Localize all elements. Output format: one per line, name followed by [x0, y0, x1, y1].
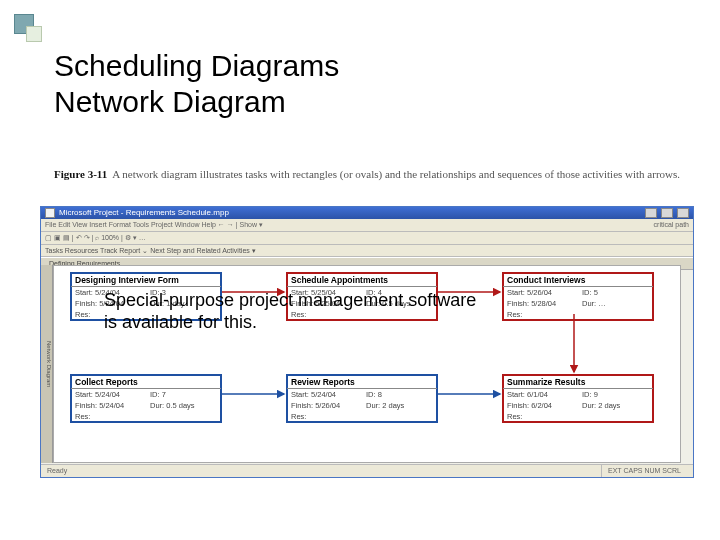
task-start: Start: 5/24/04 [75, 390, 142, 399]
figure-caption-text: A network diagram illustrates tasks with… [112, 168, 680, 180]
task-id: ID: 8 [366, 390, 433, 399]
slide-corner-decoration [14, 14, 44, 44]
task-id: ID: 9 [582, 390, 649, 399]
task-res: Res: [291, 412, 433, 421]
task-id: ID: 7 [150, 390, 217, 399]
task-dur: Dur: … [582, 299, 649, 308]
slide-title: Scheduling Diagrams Network Diagram [54, 48, 339, 120]
task-finish: Finish: 5/26/04 [291, 401, 358, 410]
figure-number: Figure 3-11 [54, 168, 107, 180]
slide-title-line1: Scheduling Diagrams [54, 48, 339, 84]
menu-bar[interactable]: File Edit View Insert Format Tools Proje… [41, 219, 693, 232]
task-finish: Finish: 5/24/04 [75, 401, 142, 410]
view-strip-label[interactable]: Network Diagram [41, 265, 53, 463]
view-tabs[interactable]: Tasks Resources Track Report ⌄ Next Step… [41, 245, 693, 257]
window-titlebar[interactable]: Microsoft Project - Requirements Schedul… [41, 207, 693, 219]
task-finish: Finish: 6/2/04 [507, 401, 574, 410]
task-dur: Dur: 2 days [366, 401, 433, 410]
window-title: Microsoft Project - Requirements Schedul… [59, 207, 229, 219]
slide-body-text: Special-purpose project management softw… [104, 290, 484, 333]
figure-caption: Figure 3-11 A network diagram illustrate… [54, 168, 690, 182]
task-res: Res: [507, 412, 649, 421]
task-title: Conduct Interviews [503, 273, 653, 287]
app-icon [45, 208, 55, 218]
task-title: Summarize Results [503, 375, 653, 389]
task-dur: Dur: 2 days [582, 401, 649, 410]
task-start: Start: 5/24/04 [291, 390, 358, 399]
task-title: Schedule Appointments [287, 273, 437, 287]
task-dur: Dur: 0.5 days [150, 401, 217, 410]
task-start: Start: 5/26/04 [507, 288, 574, 297]
task-start: Start: 6/1/04 [507, 390, 574, 399]
status-indicators: EXT CAPS NUM SCRL [601, 465, 687, 477]
task-node-review-reports[interactable]: Review Reports Start: 5/24/04ID: 8 Finis… [286, 374, 438, 423]
task-node-conduct-interviews[interactable]: Conduct Interviews Start: 5/26/04ID: 5 F… [502, 272, 654, 321]
project-app-window: Microsoft Project - Requirements Schedul… [40, 206, 694, 478]
task-finish: Finish: 5/28/04 [507, 299, 574, 308]
deco-square-light [26, 26, 42, 42]
task-title: Review Reports [287, 375, 437, 389]
menu-items[interactable]: File Edit View Insert Format Tools Proje… [45, 221, 263, 228]
task-res: Res: [507, 310, 649, 319]
task-title: Collect Reports [71, 375, 221, 389]
minimize-button[interactable] [645, 208, 657, 218]
task-res: Res: [75, 412, 217, 421]
task-title: Designing Interview Form [71, 273, 221, 287]
status-bar: Ready EXT CAPS NUM SCRL [41, 464, 693, 477]
task-id: ID: 5 [582, 288, 649, 297]
maximize-button[interactable] [661, 208, 673, 218]
close-button[interactable] [677, 208, 689, 218]
menu-right-field[interactable]: critical path [654, 219, 689, 231]
standard-toolbar[interactable]: ▢ ▣ ▤ | ↶ ↷ | ⌕ 100% | ⚙ ▾ … [41, 232, 693, 245]
status-left: Ready [47, 465, 67, 477]
slide-title-line2: Network Diagram [54, 84, 339, 120]
task-node-summarize-results[interactable]: Summarize Results Start: 6/1/04ID: 9 Fin… [502, 374, 654, 423]
task-node-collect-reports[interactable]: Collect Reports Start: 5/24/04ID: 7 Fini… [70, 374, 222, 423]
